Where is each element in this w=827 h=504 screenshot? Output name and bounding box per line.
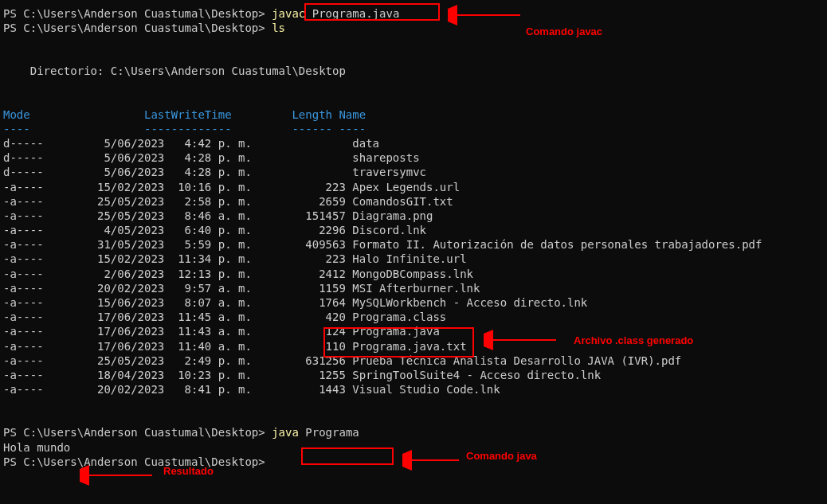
file-row: -a---- 20/02/2023 8:41 p. m. 1443 Visual… [3, 382, 824, 397]
file-row: -a---- 2/06/2023 12:13 p. m. 2412 MongoD… [3, 267, 824, 281]
javac-argument: Programa.java [305, 7, 399, 20]
file-row: -a---- 31/05/2023 5:59 p. m. 409563 Form… [3, 237, 824, 252]
label-javac: Comando javac [526, 25, 602, 39]
file-row: d----- 5/06/2023 4:28 p. m. shareposts [3, 150, 824, 165]
file-row: -a---- 15/02/2023 10:16 p. m. 223 Apex L… [3, 180, 824, 194]
ls-command: ls [272, 21, 285, 34]
ls-separator: ---- ------------- ------ ---- [3, 122, 824, 136]
terminal-line-java: PS C:\Users\Anderson Cuastumal\Desktop> … [3, 425, 824, 440]
terminal-line-empty[interactable]: PS C:\Users\Anderson Cuastumal\Desktop> [3, 455, 824, 469]
file-row: d----- 5/06/2023 4:28 p. m. traversymvc [3, 165, 824, 179]
label-class: Archivo .class generado [574, 334, 693, 348]
label-java: Comando java [466, 450, 537, 463]
terminal-line-javac: PS C:\Users\Anderson Cuastumal\Desktop> … [3, 6, 824, 21]
file-row: d----- 5/06/2023 4:42 p. m. data [3, 136, 824, 150]
file-row: -a---- 17/06/2023 11:45 a. m. 420 Progra… [3, 310, 824, 324]
file-row: -a---- 25/05/2023 2:49 p. m. 631256 Prue… [3, 354, 824, 368]
label-result: Resultado [163, 465, 214, 479]
file-row: -a---- 25/05/2023 8:46 a. m. 151457 Diag… [3, 209, 824, 223]
file-row: -a---- 25/05/2023 2:58 p. m. 2659 Comand… [3, 194, 824, 209]
file-row: -a---- 17/06/2023 11:43 a. m. 124 Progra… [3, 324, 824, 338]
prompt: PS C:\Users\Anderson Cuastumal\Desktop> [3, 7, 272, 20]
directory-header: Directorio: C:\Users\Anderson Cuastumal\… [3, 64, 824, 78]
file-row: -a---- 17/06/2023 11:40 a. m. 110 Progra… [3, 339, 824, 354]
javac-command: javac [272, 7, 305, 20]
arrow-result [80, 468, 152, 483]
file-row: -a---- 4/05/2023 6:40 p. m. 2296 Discord… [3, 223, 824, 237]
file-row: -a---- 15/06/2023 8:07 a. m. 1764 MySQLW… [3, 295, 824, 310]
file-row: -a---- 15/02/2023 11:34 p. m. 223 Halo I… [3, 252, 824, 266]
terminal-line-ls: PS C:\Users\Anderson Cuastumal\Desktop> … [3, 21, 824, 35]
java-command: java [272, 426, 299, 439]
prompt: PS C:\Users\Anderson Cuastumal\Desktop> [3, 426, 272, 439]
file-row: -a---- 18/04/2023 10:23 p. m. 1255 Sprin… [3, 368, 824, 382]
program-output: Hola mundo [3, 440, 824, 455]
prompt: PS C:\Users\Anderson Cuastumal\Desktop> [3, 455, 272, 468]
ls-header: Mode LastWriteTime Length Name [3, 107, 824, 122]
prompt: PS C:\Users\Anderson Cuastumal\Desktop> [3, 21, 272, 34]
file-row: -a---- 20/02/2023 9:57 a. m. 1159 MSI Af… [3, 281, 824, 295]
java-argument: Programa [299, 426, 359, 439]
